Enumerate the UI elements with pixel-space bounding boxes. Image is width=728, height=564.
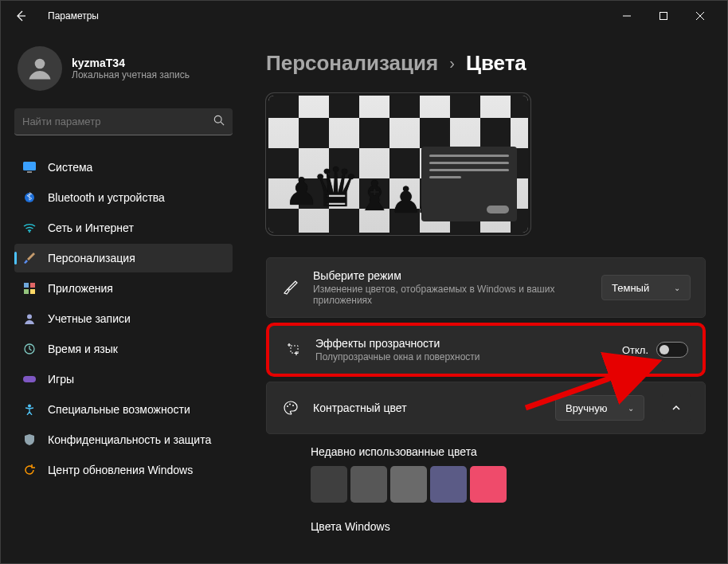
- chevron-down-icon: ⌄: [674, 284, 680, 292]
- main-panel: Персонализация › Цвета ♟ ♛ ♝ ♟ ♟: [239, 32, 728, 564]
- maximize-button[interactable]: [645, 4, 682, 28]
- color-swatch[interactable]: [311, 466, 347, 503]
- privacy-icon: [22, 433, 37, 447]
- nav-label: Время и язык: [48, 343, 118, 355]
- svg-rect-4: [27, 171, 32, 173]
- setting-title: Выберите режим: [313, 269, 589, 282]
- svg-rect-3: [23, 162, 36, 170]
- nav-label: Центр обновления Windows: [48, 464, 193, 476]
- nav-label: Персонализация: [48, 252, 135, 264]
- expand-button[interactable]: [662, 394, 691, 422]
- minimize-button[interactable]: [609, 4, 645, 28]
- color-swatch[interactable]: [430, 466, 467, 503]
- nav-label: Конфиденциальность и защита: [48, 433, 211, 446]
- nav-network[interactable]: Сеть и Интернет: [14, 213, 233, 242]
- setting-title: Эффекты прозрачности: [315, 337, 609, 350]
- nav-label: Приложения: [48, 282, 113, 295]
- user-subtitle: Локальная учетная запись: [72, 69, 190, 80]
- svg-point-14: [28, 405, 31, 408]
- close-button[interactable]: [682, 4, 718, 28]
- color-swatch[interactable]: [390, 466, 427, 503]
- svg-rect-10: [30, 289, 35, 294]
- setting-mode[interactable]: Выберите режим Изменение цветов, отображ…: [266, 257, 706, 318]
- recent-colors-section: Недавно использованные цвета: [266, 445, 706, 503]
- nav-privacy[interactable]: Конфиденциальность и защита: [14, 425, 233, 454]
- svg-rect-8: [30, 283, 35, 288]
- search-box[interactable]: [14, 108, 233, 135]
- time-icon: [22, 342, 37, 356]
- svg-rect-0: [660, 13, 667, 20]
- dropdown-value: Вручную: [566, 402, 607, 414]
- nav-label: Сеть и Интернет: [48, 221, 134, 234]
- nav-update[interactable]: Центр обновления Windows: [14, 456, 233, 484]
- svg-rect-15: [291, 346, 298, 353]
- nav-label: Игры: [48, 373, 74, 386]
- bluetooth-icon: [22, 190, 37, 205]
- dropdown-value: Темный: [612, 282, 649, 294]
- nav-bluetooth[interactable]: Bluetooth и устройства: [14, 183, 233, 212]
- nav-accounts[interactable]: Учетные записи: [14, 304, 233, 333]
- back-button[interactable]: [10, 5, 32, 27]
- nav-accessibility[interactable]: Специальные возможности: [14, 395, 233, 424]
- transparency-toggle[interactable]: [656, 342, 688, 358]
- setting-accent[interactable]: Контрастный цвет Вручную ⌄: [266, 382, 706, 434]
- chevron-up-icon: [671, 403, 681, 413]
- brush-icon: [281, 280, 300, 296]
- accessibility-icon: [22, 402, 37, 417]
- setting-title: Контрастный цвет: [313, 401, 542, 414]
- user-block[interactable]: kyzmaT34 Локальная учетная запись: [14, 46, 233, 91]
- arrow-left-icon: [14, 10, 27, 22]
- windows-colors-section: Цвета Windows: [266, 520, 706, 533]
- search-input[interactable]: [22, 116, 213, 127]
- nav-personalization[interactable]: Персонализация: [14, 244, 233, 272]
- nav-label: Специальные возможности: [48, 403, 190, 416]
- person-icon: [25, 54, 54, 83]
- svg-rect-7: [24, 283, 29, 288]
- section-title: Недавно использованные цвета: [311, 445, 691, 458]
- chevron-right-icon: ›: [449, 54, 455, 72]
- breadcrumb-current: Цвета: [466, 51, 526, 76]
- nav-time[interactable]: Время и язык: [14, 335, 233, 363]
- mode-dropdown[interactable]: Темный ⌄: [601, 275, 691, 300]
- window-title: Параметры: [48, 10, 99, 22]
- color-swatch[interactable]: [470, 466, 507, 503]
- svg-point-16: [287, 405, 288, 407]
- search-icon: [213, 115, 225, 128]
- svg-point-1: [35, 59, 45, 69]
- palette-icon: [281, 400, 300, 416]
- svg-point-11: [27, 315, 32, 319]
- nav-label: Bluetooth и устройства: [48, 191, 165, 204]
- avatar: [18, 46, 62, 91]
- brush-icon: [22, 251, 37, 265]
- breadcrumb: Персонализация › Цвета: [266, 51, 706, 76]
- section-title: Цвета Windows: [311, 520, 691, 533]
- sidebar: kyzmaT34 Локальная учетная запись Систем…: [0, 32, 239, 564]
- sparkle-icon: [284, 342, 303, 358]
- setting-subtitle: Изменение цветов, отображаемых в Windows…: [313, 284, 589, 306]
- user-name: kyzmaT34: [72, 57, 190, 69]
- svg-rect-9: [24, 289, 29, 294]
- breadcrumb-parent[interactable]: Персонализация: [266, 51, 438, 76]
- svg-rect-13: [23, 376, 36, 382]
- theme-preview: ♟ ♛ ♝ ♟ ♟: [266, 93, 530, 235]
- accent-dropdown[interactable]: Вручную ⌄: [555, 395, 644, 421]
- nav-apps[interactable]: Приложения: [14, 274, 233, 303]
- nav-games[interactable]: Игры: [14, 365, 233, 394]
- nav-label: Система: [48, 161, 92, 174]
- nav: Система Bluetooth и устройства Сеть и Ин…: [14, 153, 233, 484]
- apps-icon: [22, 281, 37, 296]
- svg-point-17: [289, 404, 291, 405]
- wifi-icon: [22, 221, 37, 235]
- toggle-state-label: Откл.: [622, 344, 648, 356]
- titlebar: Параметры: [0, 0, 728, 32]
- update-icon: [22, 463, 37, 477]
- svg-point-18: [292, 405, 294, 406]
- setting-transparency[interactable]: Эффекты прозрачности Полупрозрачные окна…: [266, 323, 706, 377]
- nav-label: Учетные записи: [48, 312, 131, 325]
- svg-point-6: [29, 231, 30, 233]
- system-icon: [22, 160, 37, 174]
- nav-system[interactable]: Система: [14, 153, 233, 182]
- color-swatch[interactable]: [350, 466, 387, 503]
- games-icon: [22, 372, 37, 386]
- chevron-down-icon: ⌄: [628, 404, 634, 413]
